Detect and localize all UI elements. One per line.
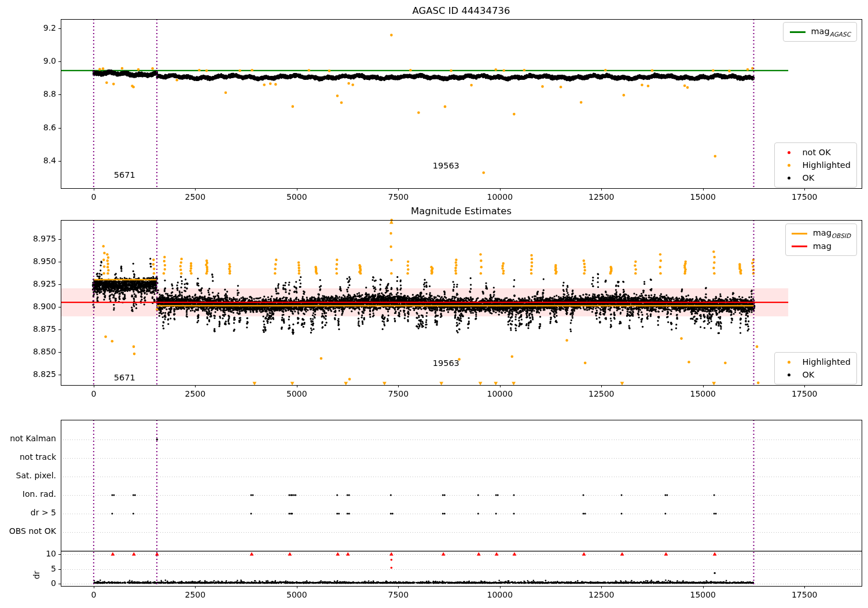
highlighted-dot-swatch: [788, 164, 790, 167]
y-tick-label: 9.2: [16, 23, 56, 32]
annotation: 5671: [114, 373, 135, 382]
figure: AGASC ID 44434736 Magnitude Estimates ma…: [0, 0, 868, 608]
x-tick-label: 15000: [680, 590, 726, 599]
x-tick-label: 5000: [274, 590, 320, 599]
legend-mag-agasc: magAGASC: [783, 22, 857, 42]
legend-label: magAGASC: [811, 27, 851, 38]
y-tick-label: 8.950: [16, 257, 56, 266]
plot-title-middle: Magnitude Estimates: [61, 206, 862, 217]
legend-handle: [789, 31, 806, 33]
x-tick-label: 2500: [172, 192, 218, 202]
y-tick-label: 8.975: [16, 234, 56, 243]
x-tick-label: 10000: [477, 192, 523, 202]
y-tick-label: 8.8: [16, 89, 56, 98]
highlighted-dot-swatch: [788, 361, 790, 364]
y-tick-label: 8.6: [16, 123, 56, 132]
x-tick-label: 15000: [680, 192, 726, 202]
x-tick-label: 17500: [781, 590, 827, 599]
annotation: 19563: [433, 358, 459, 368]
legend-point-classes-top-plot: not OK Highlighted OK: [774, 142, 857, 188]
legend-mag-lines: magOBSID mag: [785, 224, 857, 256]
flag-row-label: Ion. rad.: [1, 489, 56, 499]
annotation: 5671: [114, 170, 135, 180]
y-tick-label: 8.925: [16, 279, 56, 288]
x-tick-label: 17500: [781, 389, 827, 398]
legend-label: magOBSID: [813, 228, 851, 239]
flag-row-label: dr > 5: [1, 508, 56, 517]
flag-row-label: not track: [1, 452, 56, 462]
legend-label: OK: [802, 370, 814, 379]
ok-dot-swatch: [788, 373, 790, 376]
x-tick-label: 0: [71, 590, 117, 599]
ok-dot-swatch: [788, 177, 790, 180]
flag-row-label: Sat. pixel.: [1, 471, 56, 480]
y-tick-label: 8.900: [16, 302, 56, 311]
x-tick-label: 15000: [680, 389, 726, 398]
x-tick-label: 12500: [578, 192, 624, 202]
mag-obsid-line-swatch: [792, 233, 807, 235]
y-tick-label: 8.850: [16, 347, 56, 356]
not-ok-dot-swatch: [788, 151, 790, 154]
x-tick-label: 0: [71, 389, 117, 398]
y-tick-label: 8.4: [16, 156, 56, 165]
y-tick-label: 8.825: [16, 369, 56, 379]
x-tick-label: 17500: [781, 192, 827, 202]
x-tick-label: 10000: [477, 389, 523, 398]
legend-label: mag: [813, 241, 832, 251]
x-tick-label: 7500: [375, 590, 421, 599]
legend-label: Highlighted: [802, 357, 851, 367]
x-tick-label: 2500: [172, 590, 218, 599]
flag-row-label: not Kalman: [1, 434, 56, 443]
x-tick-label: 0: [71, 192, 117, 202]
x-tick-label: 7500: [375, 389, 421, 398]
x-tick-label: 2500: [172, 389, 218, 398]
x-tick-label: 12500: [578, 590, 624, 599]
x-tick-label: 10000: [477, 590, 523, 599]
dr-tick-label: 10: [16, 549, 56, 558]
flag-row-label: OBS not OK: [1, 526, 56, 536]
legend-point-classes-middle-plot: Highlighted OK: [774, 352, 857, 384]
legend-label: OK: [802, 173, 814, 182]
annotation: 19563: [433, 161, 459, 170]
chart-canvas: [0, 0, 868, 608]
x-tick-label: 5000: [274, 389, 320, 398]
x-tick-label: 12500: [578, 389, 624, 398]
y-tick-label: 8.875: [16, 324, 56, 334]
y-tick-label: 9.0: [16, 56, 56, 65]
mag-line-swatch: [792, 246, 807, 247]
x-tick-label: 7500: [375, 192, 421, 202]
x-tick-label: 5000: [274, 192, 320, 202]
dr-axis-label: dr: [32, 566, 41, 584]
legend-label: Highlighted: [802, 160, 851, 170]
plot-title-top: AGASC ID 44434736: [61, 5, 862, 16]
mag-agasc-line-swatch: [790, 31, 806, 33]
legend-label: not OK: [802, 148, 830, 157]
